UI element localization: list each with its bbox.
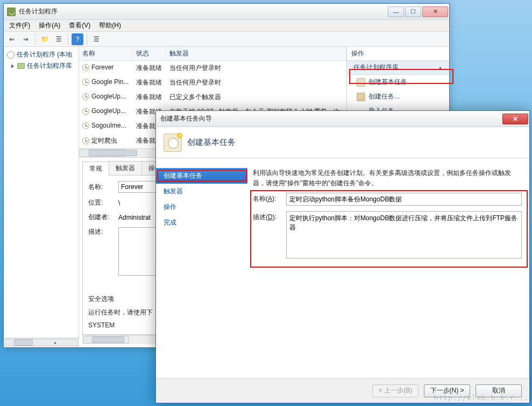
expand-icon[interactable]: [11, 64, 14, 68]
val-author: Administrat: [118, 214, 151, 221]
back-button: < 上一步(B): [372, 384, 418, 397]
step-action[interactable]: 操作: [156, 199, 247, 215]
create-basic-task-wizard: 创建基本任务向导 ✕ 创建基本任务 创建基本任务 触发器 操作 完成 利用该向导…: [155, 110, 530, 403]
minimize-button[interactable]: —: [388, 6, 404, 17]
clock-icon: [82, 137, 89, 144]
clock-icon: [82, 122, 89, 129]
hdr-name[interactable]: 名称: [79, 47, 133, 60]
cell-status: 准备就绪: [133, 77, 166, 88]
maximize-button[interactable]: ☐: [405, 6, 421, 17]
wizard-titlebar[interactable]: 创建基本任务向导 ✕: [156, 111, 529, 127]
cell-status: 准备就绪: [133, 92, 166, 103]
folder-icon: [17, 63, 25, 69]
action-label: 创建基本任务...: [368, 78, 413, 87]
wizard-steps: 创建基本任务 触发器 操作 完成: [156, 158, 247, 378]
wizard-header-title: 创建基本任务: [187, 137, 236, 148]
separator: [35, 34, 36, 45]
up-icon[interactable]: 📁: [39, 33, 51, 45]
scroll-right-icon[interactable]: ▸: [32, 339, 79, 346]
clock-icon: [82, 108, 89, 115]
wizard-description: 利用该向导快速地为常见任务创建计划。有关更多高级选项或设置，例如多任务操作或触发…: [253, 168, 522, 188]
lbl-location: 位置:: [88, 198, 112, 207]
cell-trigger: 已定义多个触发器: [166, 92, 346, 103]
tree-child[interactable]: 任务计划程序库: [4, 60, 79, 72]
tree-h-scrollbar[interactable]: ◂ ▸: [4, 338, 79, 347]
step-create-basic-task[interactable]: 创建基本任务: [156, 168, 247, 184]
tree-child-label: 任务计划程序库: [27, 61, 72, 71]
cell-trigger: 当任何用户登录时: [166, 77, 346, 88]
close-button[interactable]: ✕: [422, 6, 448, 17]
scroll-thumb[interactable]: [92, 337, 124, 343]
cell-name: Google Pin...: [91, 78, 129, 86]
actions-group[interactable]: 任务计划程序库▲: [347, 61, 449, 75]
tab-general[interactable]: 常规: [82, 162, 109, 176]
input-task-name[interactable]: [286, 193, 522, 206]
val-location: \: [118, 199, 120, 207]
wizard-close-button[interactable]: ✕: [502, 114, 528, 124]
separator: [87, 34, 87, 45]
wizard-icon: [164, 134, 182, 152]
scroll-thumb[interactable]: [89, 150, 137, 156]
menu-action[interactable]: 操作(A): [36, 20, 63, 31]
tree-root-label: 任务计划程序 (本地: [17, 50, 72, 59]
wizard-title: 创建基本任务向导: [160, 114, 502, 123]
collapse-icon: ▲: [438, 65, 443, 71]
hdr-trigger[interactable]: 触发器: [166, 47, 346, 60]
cell-name: 定时爬虫: [91, 137, 117, 144]
wizard-content: 利用该向导快速地为常见任务创建计划。有关更多高级选项或设置，例如多任务操作或触发…: [247, 158, 529, 378]
cell-name: SogouIme...: [91, 122, 126, 129]
cell-name: GoogleUp...: [91, 107, 126, 115]
task-icon: [357, 93, 365, 101]
menu-view[interactable]: 查看(V): [66, 20, 94, 31]
lbl-name: 名称:: [88, 183, 112, 192]
forward-icon[interactable]: ⇒: [20, 33, 32, 45]
tree-pane: 任务计划程序 (本地 任务计划程序库: [4, 47, 79, 347]
action-label: 创建任务...: [368, 92, 400, 101]
input-task-desc[interactable]: [286, 211, 522, 258]
toolbar: ⇐ ⇒ 📁 ☰ ? ☰: [4, 32, 449, 47]
clock-icon: [82, 64, 89, 71]
titlebar[interactable]: 任务计划程序 — ☐ ✕: [4, 4, 449, 20]
task-icon: [357, 78, 365, 87]
separator: [68, 34, 68, 45]
list-item[interactable]: Google Pin...准备就绪当任何用户登录时: [79, 75, 346, 90]
props-icon[interactable]: ☰: [53, 33, 65, 45]
app-icon: [7, 8, 16, 16]
clock-icon: [7, 51, 15, 59]
hdr-status[interactable]: 状态: [133, 47, 166, 60]
cell-name: GoogleUp...: [91, 93, 126, 100]
menu-file[interactable]: 文件(F): [6, 20, 33, 31]
action-create-task[interactable]: 创建任务...: [347, 89, 449, 104]
list-item[interactable]: Forever准备就绪当任何用户登录时: [79, 61, 346, 75]
clock-icon: [82, 93, 89, 100]
clock-icon: [82, 79, 89, 86]
cell-status: 准备就绪: [133, 62, 166, 74]
actions-header: 操作: [347, 47, 449, 61]
step-finish[interactable]: 完成: [156, 215, 247, 230]
lbl-desc: 描述:: [88, 227, 112, 236]
menu-help[interactable]: 帮助(H): [96, 20, 124, 31]
window-title: 任务计划程序: [19, 7, 387, 16]
tab-triggers[interactable]: 触发器: [109, 161, 142, 175]
cell-trigger: 当任何用户登录时: [166, 62, 346, 74]
list-header: 名称 状态 触发器: [79, 47, 346, 61]
watermark: http://blob.b.b.r...: [434, 394, 529, 402]
tree-root[interactable]: 任务计划程序 (本地: [4, 49, 79, 60]
cell-name: Forever: [91, 64, 114, 71]
help-icon[interactable]: ?: [72, 33, 83, 45]
lbl-task-name: 名称(A):: [253, 193, 282, 204]
step-trigger[interactable]: 触发器: [156, 184, 247, 199]
list-item[interactable]: GoogleUp...准备就绪已定义多个触发器: [79, 90, 346, 104]
refresh-icon[interactable]: ☰: [90, 33, 102, 45]
action-create-basic-task[interactable]: 创建基本任务...: [347, 75, 449, 89]
actions-group-label: 任务计划程序库: [353, 63, 399, 72]
wizard-header: 创建基本任务: [156, 127, 529, 158]
menubar: 文件(F) 操作(A) 查看(V) 帮助(H): [4, 20, 449, 32]
back-icon[interactable]: ⇐: [6, 33, 18, 45]
lbl-author: 创建者:: [88, 213, 112, 222]
lbl-task-desc: 描述(D):: [253, 211, 282, 222]
